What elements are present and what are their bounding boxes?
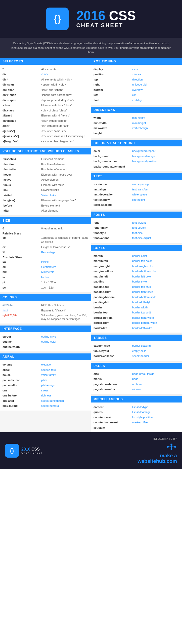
- footer-site: websitehub.com: [138, 458, 177, 464]
- list-item: border-right border-bottom-width: [94, 320, 179, 326]
- dimensions-body: width min-height min-width max-height ma…: [91, 113, 182, 138]
- list-item: font-variant font-size-adjust: [94, 235, 179, 241]
- pages-header: PAGES: [91, 363, 182, 369]
- list-item: div * All elements within <div>: [3, 77, 88, 82]
- list-item: background background-image: [94, 154, 179, 159]
- list-item: quotes list-style-image: [94, 410, 179, 415]
- list-item: text-indent word-spacing: [94, 182, 179, 187]
- text-header: TEXT: [91, 173, 182, 180]
- list-item: 0 0 requires no unit: [3, 226, 88, 231]
- miscellaneous-section: MISCELLANEOUS content list-style-type qu…: [91, 396, 182, 432]
- list-item: pause-after pitch-range: [3, 383, 88, 388]
- list-item: div + span <span> preceded by <div>: [3, 98, 88, 103]
- footer-site-name: make a websitehub.com: [138, 453, 177, 464]
- list-item: border border-width: [94, 305, 179, 310]
- list-item: font-style font-size: [94, 230, 179, 236]
- boxes-body: margin border-color margin-top border-to…: [91, 251, 182, 333]
- list-item: width min-height: [94, 115, 179, 120]
- footer-logo-symbol: {}: [10, 447, 14, 454]
- list-item: list-style: [94, 425, 179, 430]
- header-text: 2016 CSS CHEAT SHEET: [76, 9, 136, 29]
- list-item: % Percentage: [3, 250, 88, 255]
- colors-section: COLORS #789abc RGB Hex Notation #acf Equ…: [0, 294, 91, 323]
- footer-make: make a: [160, 453, 177, 458]
- list-item: play-during speak-numeral: [3, 403, 88, 409]
- interface-body: cursor outline-style outline outline-col…: [0, 332, 91, 352]
- list-item: a[lang|='en'] <a> when lang begins "en": [3, 139, 88, 144]
- list-item: counter-increment marker-offset: [94, 420, 179, 425]
- footer-css: CSS: [31, 447, 40, 451]
- list-item: :first-letter First letter of element: [3, 167, 88, 172]
- list-item: :first-line First line of element: [3, 162, 88, 167]
- list-item: padding-bottom border-bottom-style: [94, 295, 179, 300]
- list-item: pause-before pitch: [3, 378, 88, 383]
- boxes-section: BOXES margin border-color margin-top bor…: [91, 245, 182, 333]
- list-item: cue-before richness: [3, 393, 88, 398]
- list-item: content list-style-type: [94, 405, 179, 410]
- list-item: padding-left border-left-style: [94, 300, 179, 305]
- list-item: ex Height of lower case "x": [3, 245, 88, 250]
- list-item: bottom overflow: [94, 87, 179, 93]
- list-item: right unicode-bidi: [94, 82, 179, 87]
- list-item: :visited Visited links: [3, 193, 88, 198]
- list-item: cm Centimeters: [3, 264, 88, 270]
- list-item: :before Before element: [3, 203, 88, 208]
- list-item: rgb(0,25,50) Value of red, green, and bl…: [3, 313, 88, 321]
- footer-year: 2016: [21, 447, 30, 451]
- text-body: text-indent word-spacing text-align text…: [91, 180, 182, 210]
- pages-body: size page-break-inside marks page page-b…: [91, 369, 182, 394]
- aural-section: AURAL volume elevation speak speech-rate…: [0, 353, 91, 411]
- absolute-sizes-label: Absolute Sizes: [3, 255, 88, 259]
- list-item: display clear: [94, 67, 179, 72]
- list-item: marks page: [94, 376, 179, 382]
- list-item: background-attachment: [94, 164, 179, 169]
- list-item: a[attr='x'] <a> when "attr" is "x": [3, 129, 88, 134]
- fonts-section: FONTS font font-weight font-family font-…: [91, 212, 182, 243]
- list-item: padding-right border-right-style: [94, 289, 179, 295]
- list-item: padding border-style: [94, 279, 179, 284]
- list-item: volume elevation: [3, 362, 88, 367]
- hub-icon: [166, 441, 177, 452]
- list-item: mm Millimeters: [3, 269, 88, 275]
- list-item: color background-repeat: [94, 148, 179, 154]
- list-item: min-width max-height: [94, 120, 179, 126]
- list-item: outline-width: [3, 344, 88, 350]
- list-item: #789abc RGB Hex Notation: [3, 303, 88, 308]
- list-item: div <div>: [3, 72, 88, 77]
- list-item: border-top border-top-width: [94, 310, 179, 315]
- list-item: outline outline-color: [3, 339, 88, 344]
- list-item: cue stress: [3, 388, 88, 393]
- tables-body: caption-side border-spacing table-layout…: [91, 341, 182, 361]
- pseudo-section: PSEUDO SELECTORS AND PSEUDO CLASSES :fir…: [0, 148, 91, 215]
- list-item: div#itemid <div> with id "itemid": [3, 118, 88, 124]
- list-item: size page-break-inside: [94, 371, 179, 377]
- list-item: :active Active element: [3, 177, 88, 182]
- header-cheat-sheet: CHEAT SHEET: [76, 22, 136, 29]
- right-column: POSITIONING display clear position z-ind…: [91, 58, 182, 432]
- list-item: font font-weight: [94, 220, 179, 225]
- aural-header: AURAL: [0, 353, 91, 360]
- list-item: font-family font-stretch: [94, 225, 179, 230]
- left-column: SELECTORS * All elements div <div> div *…: [0, 58, 91, 432]
- list-item: :lang(var) Element with language "var": [3, 198, 88, 203]
- list-item: div > span <span> with parent <div>: [3, 92, 88, 98]
- list-item: pause voice-family: [3, 372, 88, 378]
- list-item: a[class~='x'] <a> when class is a list c…: [3, 134, 88, 139]
- footer-right: INFOGRAPHIC BY make a websitehub.com: [138, 437, 177, 464]
- infographic-by-label: INFOGRAPHIC BY: [138, 437, 177, 440]
- selectors-body: * All elements div <div> div * All eleme…: [0, 65, 91, 146]
- color-background-header: COLOR & BACKGROUND: [91, 140, 182, 146]
- list-item: top direction: [94, 77, 179, 82]
- list-item: float visibility: [94, 98, 179, 103]
- list-item: left clip: [94, 92, 179, 98]
- miscellaneous-header: MISCELLANEOUS: [91, 396, 182, 403]
- selectors-header: SELECTORS: [0, 58, 91, 65]
- list-item: :focus Element with focus: [3, 182, 88, 188]
- list-item: text-decoration white-space: [94, 192, 179, 197]
- list-item: div span <span> within <div>: [3, 82, 88, 87]
- tables-header: TABLES: [91, 335, 182, 341]
- list-item: a[attr] <a> with attribute "attr": [3, 123, 88, 129]
- footer-logo-icon: {}: [5, 444, 19, 458]
- footer-logo: {} 2016 CSS CHEAT SHEET: [5, 444, 42, 458]
- size-body: 0 0 requires no unit Relative Sizes em 1…: [0, 224, 91, 292]
